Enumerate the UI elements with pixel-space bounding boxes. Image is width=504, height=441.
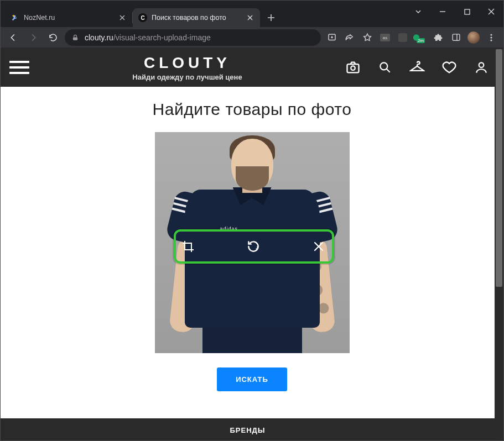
lock-icon	[71, 34, 79, 41]
svg-text:C: C	[141, 15, 144, 21]
svg-point-11	[490, 36, 492, 38]
bookmark-star-icon[interactable]	[360, 30, 375, 45]
header-actions	[345, 60, 489, 75]
footer-brands-link[interactable]: БРЕНДЫ	[1, 418, 495, 441]
logo-tagline: Найди одежду по лучшей цене	[132, 73, 242, 81]
uploaded-photo: adidas	[155, 132, 350, 353]
site-logo[interactable]: CLOUTY Найди одежду по лучшей цене	[132, 54, 242, 81]
svg-point-12	[490, 39, 492, 41]
extension-lastfm-icon[interactable]: as	[377, 30, 393, 45]
extension-badge-icon[interactable]: 2m	[413, 30, 428, 45]
svg-rect-7	[398, 33, 407, 42]
svg-rect-9	[453, 34, 460, 40]
wrench-icon	[11, 13, 19, 22]
remove-photo-button[interactable]	[308, 235, 330, 258]
svg-point-17	[256, 248, 257, 249]
close-icon[interactable]	[118, 13, 127, 22]
svg-text:as: as	[383, 35, 387, 40]
extension-badge-text: 2m	[417, 38, 425, 43]
close-icon[interactable]	[246, 13, 254, 22]
svg-point-14	[351, 66, 355, 70]
footer-brands-label: БРЕНДЫ	[230, 426, 265, 434]
browser-tab-noznet[interactable]: NozNet.ru	[5, 8, 132, 27]
site-header: CLOUTY Найди одежду по лучшей цене	[1, 48, 503, 87]
url-path: /visual-search-upload-image	[113, 33, 211, 42]
tab-title: NozNet.ru	[24, 14, 113, 22]
share-icon[interactable]	[342, 30, 357, 45]
extensions-puzzle-icon[interactable]	[430, 30, 446, 45]
nav-reload-button[interactable]	[45, 29, 61, 46]
logo-text: CLOUTY	[132, 54, 242, 72]
main-content: Найдите товары по фото adidas	[1, 87, 503, 391]
crop-button[interactable]	[177, 235, 199, 258]
url-text: clouty.ru/visual-search-upload-image	[85, 33, 211, 42]
side-panel-icon[interactable]	[448, 30, 464, 45]
nav-back-button[interactable]	[5, 29, 22, 46]
photo-edit-toolbar	[177, 233, 330, 260]
browser-tabstrip: NozNet.ru C Поиск товаров по фото	[1, 6, 503, 27]
svg-point-15	[380, 62, 387, 70]
new-tab-button[interactable]	[263, 10, 279, 25]
window-close-button[interactable]	[479, 4, 503, 19]
address-bar[interactable]: clouty.ru/visual-search-upload-image	[65, 29, 321, 46]
profile-avatar[interactable]	[466, 30, 481, 45]
url-host: clouty.ru	[85, 33, 113, 42]
avatar	[467, 32, 480, 44]
browser-tab-clouty[interactable]: C Поиск товаров по фото	[133, 8, 260, 27]
window-minimize-button[interactable]	[430, 4, 455, 19]
site-favicon-icon: C	[138, 13, 147, 22]
hanger-icon[interactable]	[409, 60, 425, 75]
search-icon[interactable]	[377, 60, 393, 75]
browser-menu-icon[interactable]	[484, 30, 499, 45]
svg-point-16	[479, 62, 484, 67]
window-maximize-button[interactable]	[455, 4, 479, 19]
tab-title: Поиск товаров по фото	[152, 14, 241, 22]
user-icon[interactable]	[474, 60, 489, 75]
rotate-button[interactable]	[242, 235, 264, 258]
svg-rect-2	[465, 9, 470, 14]
camera-icon[interactable]	[345, 60, 361, 75]
extension-generic-icon[interactable]	[395, 30, 411, 45]
nav-forward-button[interactable]	[25, 29, 41, 46]
svg-point-18	[257, 246, 258, 248]
browser-toolbar: clouty.ru/visual-search-upload-image as …	[1, 27, 503, 48]
scrollbar-thumb[interactable]	[496, 49, 502, 287]
page-title: Найдите товары по фото	[1, 100, 503, 119]
svg-rect-3	[73, 37, 77, 40]
chevron-down-icon[interactable]	[406, 4, 430, 19]
heart-icon[interactable]	[441, 60, 457, 75]
page-scrollbar[interactable]	[495, 48, 503, 441]
menu-hamburger-button[interactable]	[9, 61, 29, 74]
search-button[interactable]: ИСКАТЬ	[217, 368, 287, 391]
brand-mark: adidas	[220, 226, 238, 232]
svg-point-10	[490, 34, 492, 35]
install-app-icon[interactable]	[324, 30, 340, 45]
page-viewport: CLOUTY Найди одежду по лучшей цене Найди…	[1, 48, 503, 441]
